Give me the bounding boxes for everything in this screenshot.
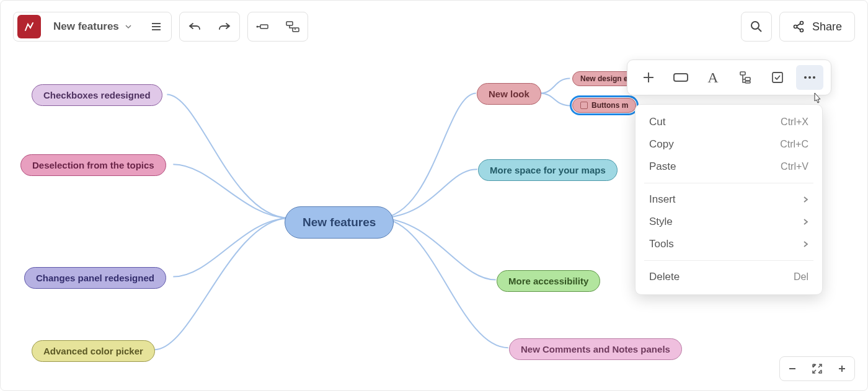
menu-shortcut: Ctrl+C	[780, 139, 808, 150]
undo-icon	[188, 20, 202, 33]
zoom-in-button[interactable]	[830, 357, 854, 380]
redo-button[interactable]	[210, 13, 239, 40]
menu-copy[interactable]: Copy Ctrl+C	[636, 133, 822, 156]
node-accessibility[interactable]: More accessibility	[497, 270, 600, 292]
menu-tools[interactable]: Tools	[636, 233, 822, 255]
menu-shortcut: Ctrl+X	[781, 116, 808, 128]
undo-button[interactable]	[180, 13, 210, 40]
document-title: New features	[53, 20, 119, 33]
plus-icon	[837, 364, 847, 374]
task-button[interactable]	[764, 65, 791, 90]
svg-point-15	[813, 76, 815, 79]
svg-rect-2	[286, 22, 293, 25]
relationship-button[interactable]	[732, 65, 759, 90]
top-toolbar: New features	[13, 12, 855, 42]
share-button[interactable]: Share	[780, 13, 854, 40]
central-node[interactable]: New features	[285, 206, 394, 239]
menu-insert[interactable]: Insert	[636, 188, 822, 211]
svg-rect-11	[745, 81, 750, 83]
cursor-pointer-icon	[811, 92, 823, 108]
share-label: Share	[812, 20, 842, 33]
menu-label: Cut	[649, 116, 665, 128]
node-deselection[interactable]: Deselection from the topics	[20, 154, 166, 176]
menu-separator	[644, 183, 813, 183]
layout-group	[247, 12, 308, 42]
toolbar-right: Share	[741, 12, 855, 42]
svg-rect-10	[745, 77, 750, 81]
zoom-out-button[interactable]	[780, 357, 805, 380]
fit-icon	[812, 363, 823, 374]
menu-label: Insert	[649, 193, 676, 206]
svg-point-4	[751, 22, 759, 29]
chevron-right-icon	[802, 195, 808, 204]
hamburger-menu-button[interactable]	[141, 13, 171, 40]
menu-label: Copy	[649, 138, 674, 151]
search-group	[741, 12, 772, 42]
checkbox-icon	[580, 102, 588, 109]
shape-icon	[673, 72, 689, 83]
search-icon	[750, 20, 763, 33]
share-icon	[792, 20, 805, 33]
insert-subtopic-icon	[285, 20, 300, 33]
zoom-controls	[779, 356, 855, 381]
context-menu: Cut Ctrl+X Copy Ctrl+C Paste Ctrl+V Inse…	[635, 104, 823, 295]
zoom-fit-button[interactable]	[805, 357, 830, 380]
menu-style[interactable]: Style	[636, 211, 822, 233]
insert-topic-icon	[255, 22, 270, 32]
menu-label: Style	[649, 216, 673, 228]
node-floating-toolbar: A	[627, 59, 831, 95]
undo-redo-group	[179, 12, 240, 42]
node-new-look[interactable]: New look	[477, 83, 541, 105]
add-button[interactable]	[635, 65, 662, 90]
menu-delete[interactable]: Delete Del	[636, 266, 822, 288]
svg-point-14	[808, 76, 811, 79]
node-checkboxes-redesigned[interactable]: Checkboxes redesigned	[32, 84, 162, 106]
relationship-icon	[738, 71, 752, 84]
svg-rect-1	[260, 25, 268, 29]
subnode-buttons-selected[interactable]: Buttons m	[572, 98, 636, 113]
menu-shortcut: Del	[794, 271, 808, 283]
svg-rect-9	[740, 72, 745, 75]
insert-topic-button[interactable]	[248, 13, 278, 40]
svg-rect-3	[293, 28, 299, 32]
svg-rect-8	[674, 74, 688, 81]
menu-label: Tools	[649, 238, 674, 250]
node-comments-notes[interactable]: New Comments and Notes panels	[509, 338, 682, 360]
minus-icon	[787, 364, 797, 374]
menu-label: Delete	[649, 271, 680, 283]
node-more-space[interactable]: More space for your maps	[478, 159, 618, 181]
svg-point-13	[804, 76, 807, 79]
app-logo[interactable]	[17, 15, 41, 38]
subnode-label: New design e	[580, 74, 628, 83]
shape-button[interactable]	[667, 65, 694, 90]
svg-rect-12	[773, 72, 782, 82]
menu-label: Paste	[649, 160, 676, 173]
chevron-down-icon	[124, 22, 133, 31]
insert-subtopic-button[interactable]	[278, 13, 308, 40]
task-check-icon	[771, 71, 784, 84]
menu-shortcut: Ctrl+V	[781, 161, 808, 172]
more-button[interactable]	[796, 65, 823, 90]
chevron-right-icon	[802, 240, 808, 248]
menu-cut[interactable]: Cut Ctrl+X	[636, 111, 822, 133]
title-group: New features	[13, 12, 172, 42]
menu-paste[interactable]: Paste Ctrl+V	[636, 156, 822, 178]
text-a-icon: A	[707, 69, 718, 86]
search-button[interactable]	[742, 13, 771, 40]
menu-separator	[644, 260, 813, 261]
plus-icon	[642, 71, 655, 84]
node-color-picker[interactable]: Advanced color picker	[32, 340, 155, 362]
subnode-label: Buttons m	[591, 101, 628, 110]
text-format-button[interactable]: A	[699, 65, 727, 90]
document-title-dropdown[interactable]: New features	[45, 13, 141, 40]
redo-icon	[218, 20, 231, 33]
node-changes-panel[interactable]: Changes panel redesigned	[24, 267, 166, 289]
share-group: Share	[779, 12, 855, 42]
chevron-right-icon	[802, 217, 808, 226]
more-dots-icon	[803, 76, 817, 79]
hamburger-icon	[150, 20, 162, 33]
